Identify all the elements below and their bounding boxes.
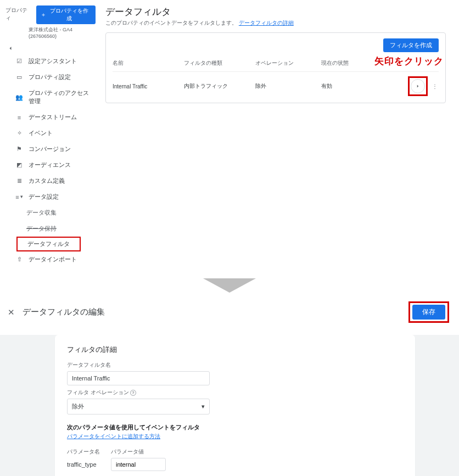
annotation-arrow-click: 矢印をクリック — [374, 55, 444, 68]
custom-icon: ≣ — [15, 177, 23, 184]
close-icon[interactable]: ✕ — [8, 307, 15, 317]
event-icon: ✧ — [15, 130, 23, 137]
help-icon[interactable]: ? — [130, 390, 136, 396]
nav-data-retention[interactable]: データ保持 — [0, 221, 100, 237]
highlight-save: 保存 — [408, 301, 449, 323]
col-op: オペレーション — [255, 59, 321, 67]
nav-conversions[interactable]: ⚑コンバージョン — [0, 141, 100, 157]
cell-name: Internal Traffic — [113, 83, 184, 89]
edit-body: フィルタの詳細 データフィルタ名 フィルタ オペレーション? 除外 ▾ 次のパラ… — [0, 335, 459, 476]
nav-property-access[interactable]: 👥プロパティのアクセス管理 — [0, 85, 100, 109]
page-title: データフィルタ — [105, 5, 446, 18]
filter-op-select[interactable]: 除外 ▾ — [67, 399, 210, 415]
param-section-title: 次のパラメータ値を使用してイベントをフィルタ — [67, 423, 403, 432]
main-panel: データフィルタ このプロパティのイベントデータをフィルタします。 データフィルタ… — [100, 2, 459, 267]
param-name-label: パラメータ名 — [67, 448, 100, 456]
cell-op: 除外 — [255, 82, 321, 90]
filters-card: フィルタを作成 名前 フィルタの種類 オペレーション 現在の状態 Interna… — [105, 32, 446, 103]
account-id-line: 東洋株式会社 - GA4 (267606560) — [0, 26, 100, 42]
save-button[interactable]: 保存 — [412, 305, 445, 320]
nav-data-filters-wrap: データフィルタ — [0, 237, 100, 251]
nav-audiences[interactable]: ◩オーディエンス — [0, 157, 100, 173]
sidebar: プロパティ ＋ プロパティを作成 東洋株式会社 - GA4 (267606560… — [0, 2, 100, 267]
filter-name-input[interactable] — [67, 371, 210, 385]
plus-icon: ＋ — [41, 11, 46, 19]
nav-data-import[interactable]: ⇧データインポート — [0, 251, 100, 267]
param-val-input[interactable] — [111, 458, 166, 471]
filter-op-value: 除外 — [72, 402, 84, 411]
nav-property-settings[interactable]: ▭プロパティ設定 — [0, 69, 100, 85]
nav-list: ☑設定アシスタント ▭プロパティ設定 👥プロパティのアクセス管理 ≡データストリ… — [0, 53, 100, 267]
row-arrow-button[interactable] — [411, 79, 425, 93]
highlight-arrow — [408, 76, 428, 96]
nav-data-settings[interactable]: ≡データ設定 — [0, 189, 100, 205]
stream-icon: ≡ — [15, 114, 23, 121]
col-type: フィルタの種類 — [184, 59, 255, 67]
nav-data-collection[interactable]: データ収集 — [0, 205, 100, 221]
property-label: プロパティ — [5, 5, 33, 22]
filter-name-label: データフィルタ名 — [67, 361, 403, 369]
settings-icon: ▭ — [15, 74, 23, 81]
create-property-button[interactable]: ＋ プロパティを作成 — [36, 5, 96, 24]
audience-icon: ◩ — [15, 161, 23, 169]
nav-data-streams[interactable]: ≡データストリーム — [0, 109, 100, 125]
data-icon: ≡ — [15, 194, 23, 200]
filter-detail-link[interactable]: データフィルタの詳細 — [239, 20, 294, 26]
nav-setup-assistant[interactable]: ☑設定アシスタント — [0, 53, 100, 69]
cell-type: 内部トラフィック — [184, 82, 255, 90]
highlight-data-filters: データフィルタ — [16, 237, 81, 251]
import-icon: ⇧ — [15, 256, 23, 263]
table-row[interactable]: Internal Traffic 内部トラフィック 除外 有効 ⋮ — [113, 72, 439, 100]
edit-title: データフィルタの編集 — [23, 307, 105, 317]
nav-custom-defs[interactable]: ≣カスタム定義 — [0, 173, 100, 189]
create-filter-button[interactable]: フィルタを作成 — [383, 38, 439, 52]
chevron-down-icon: ▾ — [201, 403, 205, 410]
filter-op-label: フィルタ オペレーション? — [67, 389, 403, 396]
back-arrow-icon[interactable] — [5, 43, 15, 53]
param-name-value: traffic_type — [67, 458, 100, 471]
row-menu-button[interactable]: ⋮ — [431, 83, 439, 89]
flow-divider — [0, 272, 459, 298]
col-name: 名前 — [113, 59, 184, 67]
details-heading: フィルタの詳細 — [67, 345, 403, 355]
nav-events[interactable]: ✧イベント — [0, 125, 100, 141]
nav-data-filters[interactable]: データフィルタ — [27, 240, 70, 247]
assistant-icon: ☑ — [15, 58, 23, 65]
details-pane: フィルタの詳細 データフィルタ名 フィルタ オペレーション? 除外 ▾ 次のパラ… — [55, 335, 415, 476]
down-arrow-icon — [203, 278, 256, 293]
chevron-right-icon — [415, 83, 421, 89]
flag-icon: ⚑ — [15, 145, 23, 153]
create-property-label: プロパティを作成 — [48, 7, 91, 23]
cell-state: 有効 — [321, 82, 408, 90]
param-val-label: パラメータ値 — [111, 448, 166, 456]
edit-header: ✕ データフィルタの編集 保存 — [0, 298, 459, 328]
param-help-link[interactable]: パラメータをイベントに追加する方法 — [67, 433, 160, 439]
page-subtitle: このプロパティのイベントデータをフィルタします。 データフィルタの詳細 — [105, 19, 446, 27]
people-icon: 👥 — [15, 94, 23, 101]
